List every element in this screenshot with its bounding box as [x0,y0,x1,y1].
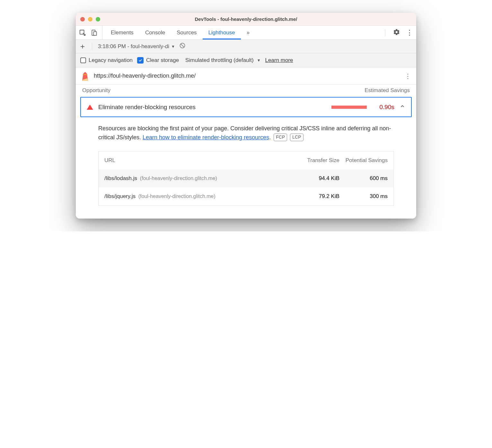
learn-more-link[interactable]: Learn more [265,57,293,64]
resource-size: 94.4 KiB [298,175,339,182]
description-learn-link[interactable]: Learn how to eliminate render-blocking r… [143,134,269,141]
new-report-button[interactable]: + [79,42,86,51]
resource-path[interactable]: /libs/lodash.js [104,175,137,181]
close-window-button[interactable] [80,17,85,22]
more-menu-button[interactable]: ⋮ [406,29,413,36]
window-title: DevTools - foul-heavenly-direction.glitc… [76,16,416,22]
legacy-navigation-checkbox[interactable]: Legacy navigation [80,57,133,64]
lighthouse-toolbar: + 3:18:06 PM - foul-heavenly-di ▼ [76,40,416,53]
resource-savings: 600 ms [343,175,388,182]
chevron-right-double-icon: » [247,30,250,36]
checkbox-unchecked-icon [80,57,86,63]
devtools-window: DevTools - foul-heavenly-direction.glitc… [76,13,416,219]
inspect-element-icon[interactable] [79,29,86,36]
tab-sources[interactable]: Sources [171,26,202,39]
metric-pill-fcp: FCP [274,134,287,141]
savings-bar [331,106,367,109]
tab-lighthouse[interactable]: Lighthouse [203,26,241,39]
opportunity-title: Eliminate render-blocking resources [98,104,326,111]
plus-icon: + [80,42,85,51]
tab-console[interactable]: Console [139,26,171,39]
svg-rect-6 [83,74,87,75]
lighthouse-logo-icon [81,71,89,81]
divider [92,43,92,50]
throttling-selector[interactable]: Simulated throttling (default) ▼ [185,57,261,64]
table-header-row: URL Transfer Size Potential Savings [99,151,393,169]
chevron-up-icon [400,104,405,110]
chevron-down-icon: ▼ [257,58,261,63]
svg-rect-2 [93,31,96,35]
clear-storage-label: Clear storage [146,57,179,64]
svg-line-4 [181,44,184,47]
report-selector[interactable]: 3:18:06 PM - foul-heavenly-di ▼ [98,43,175,50]
resource-host: (foul-heavenly-direction.glitch.me) [140,176,217,181]
legacy-navigation-label: Legacy navigation [89,57,133,64]
resource-host: (foul-heavenly-direction.glitch.me) [138,194,215,199]
col-header-savings: Potential Savings [343,157,388,164]
resource-path[interactable]: /libs/jquery.js [104,193,136,199]
opportunity-render-blocking[interactable]: Eliminate render-blocking resources 0.90… [80,97,412,117]
collapse-button[interactable] [400,103,405,111]
tabs-row: Elements Console Sources Lighthouse » ⋮ [76,26,416,40]
warning-triangle-icon [87,105,93,110]
report-menu-button[interactable]: ⋮ [405,72,411,80]
resources-table: URL Transfer Size Potential Savings /lib… [98,151,394,206]
divider [385,29,385,36]
opportunities-header-right: Estimated Savings [365,87,410,94]
report-url: https://foul-heavenly-direction.glitch.m… [94,73,196,79]
description-period: . [269,134,271,141]
minimize-window-button[interactable] [88,17,92,22]
prohibit-icon [179,42,186,50]
traffic-lights [80,17,100,22]
opportunities-header-left: Opportunity [82,87,110,94]
clear-button[interactable] [179,43,186,50]
resource-savings: 300 ms [343,193,388,200]
opportunity-description: Resources are blocking the first paint o… [76,121,416,148]
clear-storage-checkbox[interactable]: Clear storage [137,57,179,64]
tab-elements[interactable]: Elements [105,26,139,39]
report-selector-label: 3:18:06 PM - foul-heavenly-di [98,43,169,50]
throttling-label: Simulated throttling (default) [185,57,254,64]
panel-tabs: Elements Console Sources Lighthouse » [105,26,379,39]
report-url-row: https://foul-heavenly-direction.glitch.m… [76,67,416,85]
resource-size: 79.2 KiB [298,193,339,200]
opportunities-header: Opportunity Estimated Savings [76,85,416,97]
savings-value: 0.90s [372,104,394,111]
device-toolbar-icon[interactable] [91,29,98,36]
titlebar: DevTools - foul-heavenly-direction.glitc… [76,13,416,26]
maximize-window-button[interactable] [96,17,100,22]
vertical-dots-icon: ⋮ [405,73,411,80]
col-header-size: Transfer Size [298,157,339,164]
lighthouse-options-bar: Legacy navigation Clear storage Simulate… [76,53,416,67]
gear-icon [393,29,400,37]
tabs-overflow[interactable]: » [241,26,255,39]
chevron-down-icon: ▼ [171,44,175,49]
checkbox-checked-icon [137,57,144,64]
table-row: /libs/jquery.js (foul-heavenly-direction… [99,187,393,205]
metric-pill-lcp: LCP [290,134,303,141]
settings-button[interactable] [393,29,400,36]
table-row: /libs/lodash.js (foul-heavenly-direction… [99,169,393,187]
col-header-url: URL [104,157,294,164]
